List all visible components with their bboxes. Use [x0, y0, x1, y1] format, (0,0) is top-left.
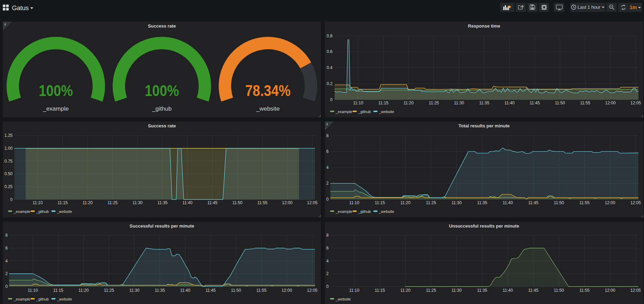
- svg-text:11:50: 11:50: [232, 200, 242, 205]
- svg-text:8: 8: [326, 133, 329, 138]
- svg-text:6: 6: [5, 246, 8, 251]
- svg-text:11:55: 11:55: [579, 288, 590, 293]
- svg-text:11:25: 11:25: [104, 288, 114, 293]
- svg-text:0.25: 0.25: [5, 184, 13, 189]
- svg-text:11:45: 11:45: [528, 288, 538, 293]
- svg-text:11:55: 11:55: [580, 101, 590, 105]
- svg-text:12:00: 12:00: [605, 101, 616, 105]
- svg-text:11:25: 11:25: [426, 288, 436, 293]
- svg-text:_example: _example: [13, 297, 30, 301]
- svg-text:12:05: 12:05: [630, 200, 641, 205]
- svg-text:11:40: 11:40: [503, 288, 513, 293]
- svg-text:11:20: 11:20: [400, 200, 410, 205]
- svg-text:11:55: 11:55: [256, 288, 266, 293]
- svg-text:11:20: 11:20: [79, 288, 89, 293]
- svg-text:_github: _github: [358, 110, 371, 114]
- svg-text:_website: _website: [335, 297, 351, 301]
- svg-text:0.8: 0.8: [327, 34, 332, 38]
- svg-text:11:30: 11:30: [129, 288, 139, 293]
- svg-text:11:10: 11:10: [28, 288, 38, 293]
- svg-text:_github: _github: [36, 209, 49, 214]
- svg-text:_website: _website: [57, 209, 72, 214]
- svg-text:100%: 100%: [39, 82, 73, 99]
- svg-text:11:15: 11:15: [378, 101, 388, 105]
- svg-text:11:55: 11:55: [257, 200, 268, 205]
- svg-text:11:50: 11:50: [554, 288, 564, 293]
- svg-text:78.34%: 78.34%: [245, 82, 291, 99]
- svg-text:0: 0: [326, 284, 329, 289]
- svg-text:12:00: 12:00: [605, 288, 615, 293]
- svg-text:2: 2: [326, 181, 329, 186]
- svg-text:11:35: 11:35: [155, 288, 165, 293]
- svg-text:11:35: 11:35: [158, 200, 168, 205]
- svg-text:11:10: 11:10: [349, 288, 359, 293]
- svg-text:_example: _example: [335, 110, 352, 114]
- svg-text:11:40: 11:40: [182, 200, 192, 205]
- svg-text:11:30: 11:30: [454, 101, 464, 105]
- svg-text:1.25: 1.25: [5, 133, 13, 138]
- svg-text:11:10: 11:10: [353, 101, 363, 105]
- svg-text:0.2: 0.2: [327, 81, 332, 86]
- svg-text:_website: _website: [379, 209, 394, 214]
- svg-text:12:05: 12:05: [307, 288, 317, 293]
- svg-text:6: 6: [326, 246, 329, 251]
- svg-text:11:30: 11:30: [132, 200, 142, 205]
- svg-text:11:20: 11:20: [403, 101, 414, 105]
- svg-text:11:55: 11:55: [579, 200, 590, 205]
- svg-text:12:00: 12:00: [605, 200, 615, 205]
- svg-text:8: 8: [5, 233, 8, 238]
- svg-text:11:40: 11:40: [180, 288, 190, 293]
- svg-text:2: 2: [326, 271, 329, 276]
- svg-text:11:50: 11:50: [555, 101, 565, 105]
- svg-text:12:05: 12:05: [630, 288, 641, 293]
- svg-text:_github: _github: [36, 297, 49, 301]
- svg-text:12:05: 12:05: [630, 101, 641, 105]
- svg-text:_website: _website: [256, 105, 280, 112]
- svg-text:11:40: 11:40: [503, 200, 513, 205]
- svg-text:11:30: 11:30: [452, 200, 462, 205]
- svg-text:0.75: 0.75: [5, 159, 13, 164]
- svg-text:11:35: 11:35: [477, 288, 487, 293]
- svg-text:11:50: 11:50: [554, 200, 564, 205]
- svg-text:100%: 100%: [145, 82, 179, 99]
- svg-text:0: 0: [10, 197, 13, 202]
- svg-text:_github: _github: [152, 105, 172, 112]
- svg-text:11:15: 11:15: [53, 288, 63, 293]
- svg-text:11:50: 11:50: [231, 288, 241, 293]
- svg-text:11:45: 11:45: [528, 200, 538, 205]
- svg-text:0: 0: [326, 197, 329, 202]
- svg-text:11:15: 11:15: [375, 288, 385, 293]
- svg-text:11:45: 11:45: [207, 200, 218, 205]
- svg-text:4: 4: [326, 259, 329, 264]
- svg-text:0.50: 0.50: [5, 171, 13, 176]
- svg-text:2: 2: [5, 271, 8, 276]
- svg-text:11:35: 11:35: [479, 101, 489, 105]
- svg-text:_example: _example: [13, 209, 30, 214]
- svg-text:6: 6: [326, 149, 329, 154]
- svg-text:12:00: 12:00: [281, 288, 292, 293]
- svg-text:12:05: 12:05: [307, 200, 317, 205]
- svg-text:0.4: 0.4: [327, 65, 332, 70]
- svg-text:0: 0: [5, 284, 8, 289]
- svg-text:11:25: 11:25: [429, 101, 439, 105]
- svg-text:11:20: 11:20: [400, 288, 410, 293]
- svg-text:11:10: 11:10: [32, 200, 43, 205]
- svg-text:0.6: 0.6: [327, 49, 332, 54]
- svg-text:11:45: 11:45: [206, 288, 216, 293]
- svg-text:11:15: 11:15: [375, 200, 385, 205]
- svg-text:11:30: 11:30: [452, 288, 462, 293]
- svg-text:11:25: 11:25: [108, 200, 118, 205]
- svg-text:_github: _github: [358, 209, 371, 214]
- svg-text:11:35: 11:35: [477, 200, 487, 205]
- svg-text:_website: _website: [57, 297, 72, 301]
- svg-text:0: 0: [330, 97, 332, 102]
- svg-text:4: 4: [5, 259, 8, 264]
- svg-text:8: 8: [326, 233, 329, 238]
- svg-text:_example: _example: [335, 209, 352, 214]
- svg-text:4: 4: [326, 165, 329, 170]
- svg-text:_website: _website: [379, 110, 394, 114]
- svg-text:11:40: 11:40: [504, 101, 514, 105]
- svg-text:12:00: 12:00: [282, 200, 293, 205]
- svg-text:_example: _example: [43, 105, 69, 112]
- svg-text:1.00: 1.00: [5, 146, 13, 151]
